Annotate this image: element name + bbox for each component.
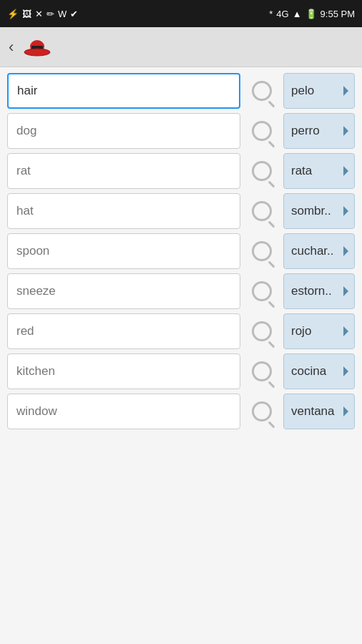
expand-arrow-icon [343, 366, 348, 376]
vocab-row: ventana [7, 394, 355, 429]
vocab-row: rojo [7, 313, 355, 349]
english-input-hair[interactable] [7, 73, 240, 109]
expand-arrow-icon [343, 406, 348, 416]
search-button-spoon[interactable] [246, 235, 278, 267]
image-icon: 🖼 [22, 9, 31, 19]
search-icon [252, 161, 272, 181]
translation-text: pelo [291, 84, 343, 98]
translation-text: cocina [291, 364, 343, 379]
search-icon [252, 401, 272, 421]
translation-text: sombr.. [291, 204, 343, 218]
app-logo [22, 32, 52, 62]
search-button-hat[interactable] [246, 195, 278, 227]
translation-text: ventana [291, 404, 343, 419]
translation-button-spoon[interactable]: cuchar.. [283, 233, 355, 269]
battery-icon: 🔋 [305, 9, 317, 19]
pen-icon: ✏ [47, 9, 54, 19]
expand-arrow-icon [343, 286, 348, 296]
english-input-dog[interactable] [7, 113, 240, 149]
time-display: 9:55 PM [321, 9, 355, 19]
english-input-hat[interactable] [7, 193, 240, 229]
vocab-row: estorn.. [7, 273, 355, 309]
search-button-red[interactable] [246, 316, 278, 347]
search-icon [252, 201, 272, 221]
english-input-red[interactable] [7, 313, 240, 349]
english-input-kitchen[interactable] [7, 353, 240, 389]
search-icon [252, 121, 272, 141]
english-input-rat[interactable] [7, 153, 240, 189]
x-icon: ✕ [35, 9, 43, 19]
translation-text: perro [291, 124, 343, 138]
translation-text: rojo [291, 324, 343, 338]
app-bar: ‹ [0, 27, 362, 67]
usb-icon: ⚡ [7, 9, 19, 19]
search-button-window[interactable] [246, 396, 278, 427]
translation-button-rat[interactable]: rata [283, 153, 355, 189]
vocab-row: perro [7, 113, 355, 149]
expand-arrow-icon [343, 86, 348, 96]
vocab-row: cuchar.. [7, 233, 355, 269]
expand-arrow-icon [343, 126, 348, 136]
translation-button-dog[interactable]: perro [283, 113, 355, 149]
translation-button-window[interactable]: ventana [283, 394, 355, 429]
word-icon: W [58, 9, 67, 19]
translation-button-sneeze[interactable]: estorn.. [283, 273, 355, 309]
search-button-rat[interactable] [246, 155, 278, 187]
signal-icon: ▲ [293, 9, 302, 19]
sombrero-icon [22, 32, 52, 62]
translation-text: estorn.. [291, 284, 343, 298]
vocab-row: cocina [7, 353, 355, 389]
back-button[interactable]: ‹ [9, 38, 14, 57]
translation-text: cuchar.. [291, 244, 343, 258]
expand-arrow-icon [343, 326, 348, 336]
search-icon [252, 241, 272, 261]
expand-arrow-icon [343, 166, 348, 176]
translation-text: rata [291, 164, 343, 178]
search-button-dog[interactable] [246, 115, 278, 147]
status-left-icons: ⚡ 🖼 ✕ ✏ W ✔ [7, 9, 78, 19]
vocab-row: rata [7, 153, 355, 189]
english-input-sneeze[interactable] [7, 273, 240, 309]
search-icon [252, 281, 272, 301]
search-button-kitchen[interactable] [246, 356, 278, 387]
translation-button-kitchen[interactable]: cocina [283, 353, 355, 389]
english-input-window[interactable] [7, 394, 240, 429]
expand-arrow-icon [343, 246, 348, 256]
vocab-list: pelo perro rata sombr.. [0, 67, 362, 644]
search-button-sneeze[interactable] [246, 275, 278, 307]
bluetooth-icon: * [269, 9, 273, 19]
status-right-icons: * 4G ▲ 🔋 9:55 PM [269, 9, 355, 19]
search-icon [252, 81, 272, 101]
search-button-hair[interactable] [246, 75, 278, 107]
translation-button-hair[interactable]: pelo [283, 73, 355, 109]
check-icon: ✔ [70, 9, 78, 19]
translation-button-red[interactable]: rojo [283, 313, 355, 349]
status-bar: ⚡ 🖼 ✕ ✏ W ✔ * 4G ▲ 🔋 9:55 PM [0, 0, 362, 27]
search-icon [252, 321, 272, 341]
4g-icon: 4G [276, 9, 288, 19]
translation-button-hat[interactable]: sombr.. [283, 193, 355, 229]
svg-rect-2 [31, 46, 43, 49]
english-input-spoon[interactable] [7, 233, 240, 269]
search-icon [252, 361, 272, 381]
expand-arrow-icon [343, 206, 348, 216]
vocab-row: sombr.. [7, 193, 355, 229]
vocab-row: pelo [7, 73, 355, 109]
